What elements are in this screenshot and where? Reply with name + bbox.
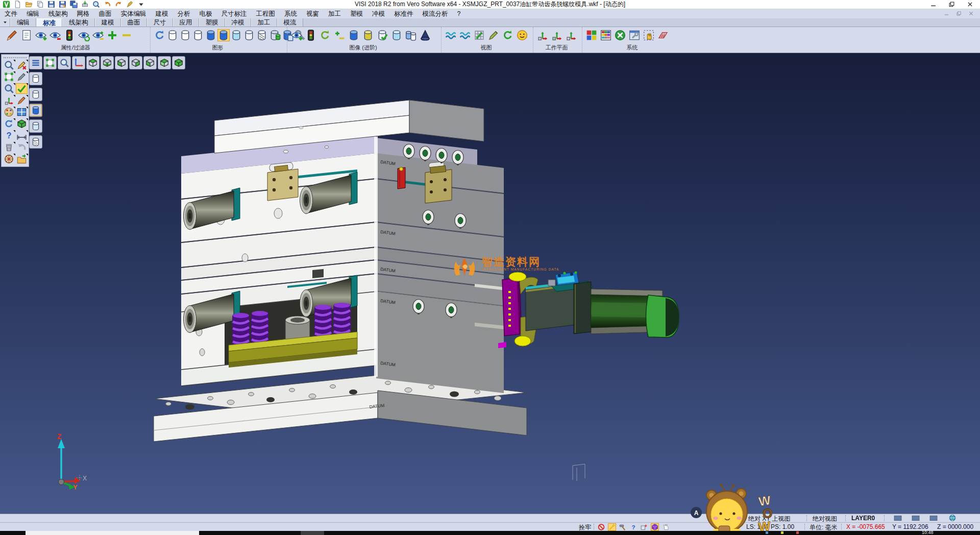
tab-modeling[interactable]: 建模: [95, 18, 121, 27]
maximize-button[interactable]: [942, 0, 961, 9]
glove-select-icon[interactable]: [662, 523, 670, 531]
shadow-image-icon[interactable]: [419, 29, 431, 41]
color-palette-icon[interactable]: [585, 29, 598, 41]
status-search-icon[interactable]: [737, 515, 745, 522]
render-options-icon[interactable]: [3, 107, 15, 117]
refresh-visibility-icon[interactable]: [78, 29, 90, 41]
menu-modeling[interactable]: 建模: [151, 9, 173, 19]
viewport-layout-icon[interactable]: [16, 107, 28, 117]
menu-help[interactable]: ?: [453, 10, 465, 18]
menu-solid-edit[interactable]: 实体编辑: [116, 9, 151, 19]
back-view-icon[interactable]: [129, 56, 142, 69]
tab-surface[interactable]: 曲面: [121, 18, 147, 27]
show-entities-icon[interactable]: [35, 29, 47, 41]
refresh-image-icon[interactable]: [319, 29, 331, 41]
transparent-mode-icon[interactable]: [29, 119, 42, 133]
top-view-icon[interactable]: [86, 56, 100, 69]
regen-graphics-icon[interactable]: [154, 29, 166, 41]
menu-window[interactable]: 视窗: [302, 9, 324, 19]
menu-edit[interactable]: 编辑: [22, 9, 44, 19]
shaded-mode-icon[interactable]: [29, 104, 42, 117]
zoom-selection-icon[interactable]: [3, 60, 15, 70]
tab-die[interactable]: 冲模: [225, 18, 251, 27]
edit-attributes-icon[interactable]: [6, 29, 18, 41]
taskbar-segment[interactable]: [301, 531, 324, 535]
bottom-view-icon[interactable]: [101, 56, 114, 69]
shaded-view-icon[interactable]: [172, 56, 185, 69]
menu-machining[interactable]: 加工: [324, 9, 346, 19]
solid-image-icon[interactable]: [348, 29, 360, 41]
semi-transparent-display-icon[interactable]: [230, 29, 242, 41]
hidden-line-display-icon[interactable]: [179, 29, 191, 41]
navigation-compass-icon[interactable]: [3, 154, 15, 164]
refresh-view-icon[interactable]: [502, 29, 514, 41]
wireframe-mode-icon[interactable]: [29, 72, 42, 85]
sketch-view-icon[interactable]: [487, 29, 500, 41]
tab-wireframe[interactable]: 线架构: [62, 18, 95, 27]
menu-moldflow[interactable]: 模流分析: [418, 9, 453, 19]
tab-plastic[interactable]: 塑膜: [199, 18, 225, 27]
tray-icon[interactable]: [781, 531, 783, 534]
ghost-display-icon[interactable]: [243, 29, 255, 41]
regenerate-icon[interactable]: [3, 118, 15, 129]
move-ucs-icon[interactable]: [3, 95, 15, 106]
sketch-display-icon[interactable]: [256, 29, 268, 41]
wireframe-display-icon[interactable]: [166, 29, 179, 41]
shaded-display-icon[interactable]: [205, 29, 217, 41]
erase-sketch-icon[interactable]: [16, 60, 28, 70]
color-table-icon[interactable]: [600, 29, 612, 41]
ucs-axis-icon[interactable]: [72, 56, 85, 69]
workplane-entity-icon[interactable]: [565, 29, 577, 41]
tab-application[interactable]: 应用: [173, 18, 199, 27]
textured-image-icon[interactable]: [362, 29, 374, 41]
context-help-icon[interactable]: ?: [629, 523, 638, 531]
fit-view-icon[interactable]: [3, 71, 15, 82]
measure-icon[interactable]: [16, 130, 28, 141]
new-file-icon[interactable]: [14, 1, 21, 8]
menu-system[interactable]: 系统: [280, 9, 302, 19]
tray-icon[interactable]: [766, 531, 768, 534]
viewport-3d[interactable]: DATUM: [0, 53, 980, 514]
menu-mesh[interactable]: 网格: [72, 9, 94, 19]
filter-add-icon[interactable]: [106, 29, 118, 41]
zoom-scale-icon[interactable]: [3, 83, 15, 94]
workplane-origin-icon[interactable]: [536, 29, 549, 41]
quickbar-more-icon[interactable]: [137, 1, 145, 8]
undo-view-icon[interactable]: [16, 142, 28, 153]
insert-model-icon[interactable]: [36, 1, 44, 8]
open-file-icon[interactable]: [25, 1, 33, 8]
layer-color-swatch-1[interactable]: [890, 515, 905, 522]
save-all-icon[interactable]: [70, 1, 78, 8]
reference-point-icon[interactable]: [640, 523, 648, 531]
zoom-all-icon[interactable]: [43, 56, 57, 69]
tools-icon[interactable]: [619, 523, 627, 531]
side-view-icon[interactable]: [143, 56, 157, 69]
transparent-image-icon[interactable]: [390, 29, 403, 41]
menu-drafting[interactable]: 工程图: [252, 9, 280, 19]
world-view-icon[interactable]: [948, 514, 957, 522]
tab-dimension[interactable]: 尺寸: [147, 18, 173, 27]
menu-analysis[interactable]: 分析: [173, 9, 195, 19]
sketch-mode-icon[interactable]: [29, 135, 42, 149]
menu-file[interactable]: 文件: [0, 9, 22, 19]
spline-edit-icon[interactable]: [16, 71, 28, 82]
layer-color-swatch-2[interactable]: [908, 515, 923, 522]
filter-remove-icon[interactable]: [120, 29, 133, 41]
invert-visibility-icon[interactable]: [92, 29, 104, 41]
menu-die[interactable]: 冲模: [368, 9, 389, 19]
dashed-hidden-display-icon[interactable]: [192, 29, 204, 41]
menu-dimension[interactable]: 尺寸标注: [217, 9, 252, 19]
markup-icon[interactable]: [126, 1, 134, 8]
cylinder-end-cap[interactable]: [646, 295, 679, 337]
grid-window-icon[interactable]: [731, 523, 739, 531]
export-image-icon[interactable]: [16, 154, 28, 164]
selection-options-icon[interactable]: [643, 29, 655, 41]
menu-standard-parts[interactable]: 标准件: [389, 9, 418, 19]
zoom-grid-icon[interactable]: [473, 29, 485, 41]
window-settings-icon[interactable]: [628, 29, 641, 41]
isometric-view-icon[interactable]: [158, 56, 171, 69]
valve-block[interactable]: [555, 272, 579, 286]
advanced-filter-icon[interactable]: [305, 29, 317, 41]
delete-icon[interactable]: [3, 142, 15, 153]
view-face-icon[interactable]: [516, 29, 528, 41]
